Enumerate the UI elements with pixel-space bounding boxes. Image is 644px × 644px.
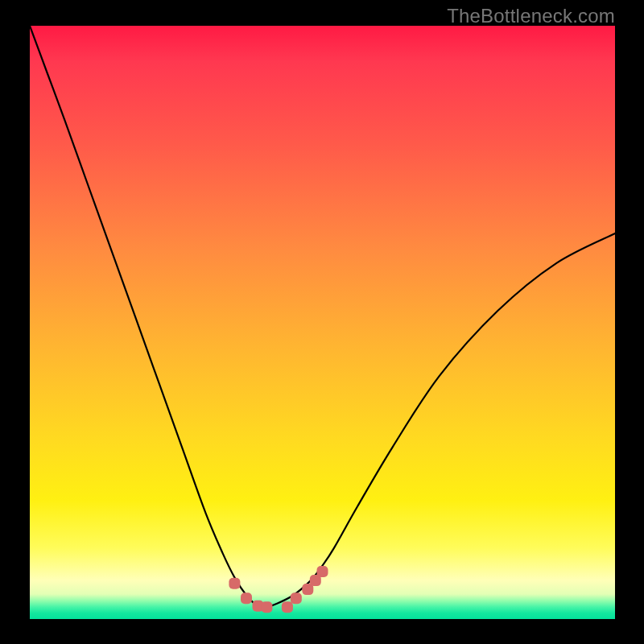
curve-marker xyxy=(282,601,293,613)
chart-frame: TheBottleneck.com xyxy=(0,0,644,644)
curve-marker xyxy=(229,578,240,589)
watermark-text: TheBottleneck.com xyxy=(447,5,615,27)
curve-marker xyxy=(241,592,252,604)
curve-marker xyxy=(291,592,302,604)
curve-marker xyxy=(317,566,328,577)
bottleneck-curve xyxy=(30,26,615,608)
marker-group xyxy=(229,566,328,613)
curve-svg xyxy=(30,26,615,619)
curve-marker xyxy=(261,601,272,613)
plot-area xyxy=(30,26,615,619)
